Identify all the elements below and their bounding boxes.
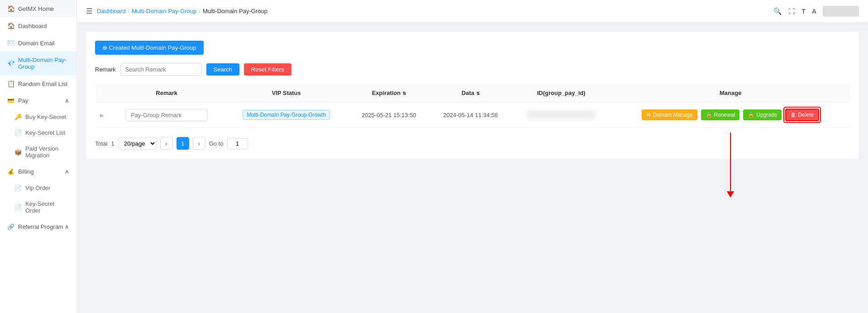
upgrade-button[interactable]: 🔒 Upgrade bbox=[743, 109, 782, 120]
translate-icon[interactable]: A bbox=[812, 8, 816, 15]
remark-cell bbox=[109, 102, 224, 128]
id-cell: ████████████████ bbox=[511, 102, 611, 128]
breadcrumb-dashboard[interactable]: Dashboard bbox=[97, 8, 126, 14]
sidebar-section-referral[interactable]: 🔗 Referral Program ∧ bbox=[0, 218, 76, 235]
sidebar-item-label: Dashboard bbox=[18, 23, 47, 29]
sidebar-item-label: Random Email List bbox=[18, 81, 67, 87]
box-icon: 📦 bbox=[14, 149, 22, 156]
sort-icon-data[interactable]: ⇅ bbox=[476, 91, 480, 96]
sidebar-sub-label: Vip Order bbox=[25, 185, 50, 191]
email-icon: ✉️ bbox=[7, 39, 14, 47]
col-remark: Remark bbox=[109, 84, 224, 102]
arrow-head bbox=[727, 191, 734, 198]
chevron-up-icon: ∧ bbox=[65, 97, 69, 104]
main-content: ☰ Dashboard / Multi-Domain Pay-Group / M… bbox=[77, 0, 868, 313]
filter-label: Remark bbox=[95, 66, 116, 73]
dashboard-icon: 🏠 bbox=[7, 22, 14, 29]
data-cell: 2024-05-14 11:34:58 bbox=[429, 102, 511, 128]
doc-icon: 📄 bbox=[14, 129, 22, 136]
table-row: ▶ Multi-Domain Pay-Group-Growth 2025-05-… bbox=[95, 102, 850, 128]
breadcrumb: Dashboard / Multi-Domain Pay-Group / Mul… bbox=[97, 8, 267, 14]
vip-badge: Multi-Domain Pay-Group-Growth bbox=[243, 110, 330, 120]
sidebar-item-getmx[interactable]: 🏠 GetMX Home bbox=[0, 0, 76, 17]
renewal-icon: 🔒 bbox=[706, 112, 712, 118]
breadcrumb-sep-2: / bbox=[199, 8, 200, 14]
sidebar-item-buy-key[interactable]: 🔑 Buy Key-Secret bbox=[0, 109, 76, 125]
sidebar-sub-label: Buy Key-Secret bbox=[25, 114, 66, 120]
pay-icon: 💳 bbox=[7, 97, 14, 104]
total-label: Total bbox=[95, 140, 107, 147]
manage-cell: ✉ Domain Manage 🔒 Renewal 🔒 bbox=[611, 102, 850, 128]
sidebar-item-dashboard[interactable]: 🏠 Dashboard bbox=[0, 17, 76, 34]
billing-icon: 💰 bbox=[7, 168, 14, 175]
text-icon[interactable]: T bbox=[801, 8, 806, 15]
sidebar-section-label: Pay bbox=[18, 97, 28, 104]
home-icon: 🏠 bbox=[7, 5, 14, 12]
expand-button[interactable]: ▶ bbox=[100, 112, 104, 119]
domain-manage-button[interactable]: ✉ Domain Manage bbox=[642, 109, 697, 120]
expand-cell: ▶ bbox=[95, 102, 109, 128]
vip-icon: 📄 bbox=[14, 185, 22, 191]
sidebar-item-multi-domain[interactable]: 💎 Multi-Domain Pay-Group bbox=[0, 52, 76, 75]
delete-highlight-wrapper: 🗑 Delete bbox=[785, 109, 819, 121]
delete-icon: 🗑 bbox=[791, 112, 796, 118]
sidebar-item-key-list[interactable]: 📄 Key-Secret List bbox=[0, 125, 76, 141]
col-data: Data ⇅ bbox=[429, 84, 511, 102]
per-page-select[interactable]: 10/page 20/page 50/page bbox=[118, 138, 157, 150]
page-1-button[interactable]: 1 bbox=[176, 137, 189, 150]
sidebar-sub-label: Paid Version Migration bbox=[25, 145, 69, 159]
referral-icon: 🔗 bbox=[7, 223, 14, 230]
expiration-cell: 2025-05-21 15:13:50 bbox=[348, 102, 429, 128]
sidebar-item-label: Multi-Domain Pay-Group bbox=[18, 57, 69, 70]
delete-button[interactable]: 🗑 Delete bbox=[785, 109, 819, 121]
col-expiration: Expiration ⇅ bbox=[348, 84, 429, 102]
sidebar-item-random-email[interactable]: 📋 Random Email List bbox=[0, 75, 76, 92]
sidebar-item-label: GetMX Home bbox=[18, 5, 54, 12]
sidebar-section-pay[interactable]: 💳 Pay ∧ bbox=[0, 92, 76, 109]
upgrade-icon: 🔒 bbox=[748, 112, 754, 118]
breadcrumb-current: Multi-Domain Pay-Group bbox=[203, 8, 267, 14]
search-icon[interactable]: 🔍 bbox=[773, 7, 782, 15]
sidebar-item-vip-order[interactable]: 📄 Vip Order bbox=[0, 180, 76, 196]
avatar bbox=[823, 6, 859, 17]
filter-row: Remark Search Reset Filters bbox=[95, 63, 850, 76]
sidebar: 🏠 GetMX Home 🏠 Dashboard ✉️ Domain Email… bbox=[0, 0, 77, 313]
expiration-value: 2025-05-21 15:13:50 bbox=[362, 112, 416, 119]
reset-filters-button[interactable]: Reset Filters bbox=[244, 63, 291, 76]
sort-icon-expiration[interactable]: ⇅ bbox=[402, 91, 406, 96]
sidebar-section-label: Referral Program bbox=[18, 223, 63, 230]
list-icon: 📋 bbox=[7, 80, 14, 87]
diamond-icon: 💎 bbox=[7, 60, 14, 67]
sidebar-item-key-order[interactable]: 📄 Key-Secret Order bbox=[0, 196, 76, 218]
sidebar-item-paid-migration[interactable]: 📦 Paid Version Migration bbox=[0, 141, 76, 163]
col-expand bbox=[95, 84, 109, 102]
chevron-up-icon: ∧ bbox=[65, 223, 69, 230]
sidebar-sub-label: Key-Secret List bbox=[25, 129, 65, 136]
sidebar-section-billing[interactable]: 💰 Billing ∧ bbox=[0, 163, 76, 180]
search-button[interactable]: Search bbox=[206, 63, 239, 76]
menu-icon[interactable]: ☰ bbox=[86, 7, 92, 15]
renewal-button[interactable]: 🔒 Renewal bbox=[701, 109, 740, 120]
domain-manage-icon: ✉ bbox=[646, 112, 651, 118]
create-button[interactable]: ⊕ Created Multi-Domain Pay-Group bbox=[95, 41, 204, 55]
next-page-button[interactable]: › bbox=[193, 137, 205, 150]
header-actions: 🔍 ⛶ T A bbox=[773, 6, 859, 17]
prev-page-button[interactable]: ‹ bbox=[160, 137, 173, 150]
id-blurred: ████████████████ bbox=[527, 110, 596, 119]
key-icon: 🔑 bbox=[14, 114, 22, 120]
vip-cell: Multi-Domain Pay-Group-Growth bbox=[224, 102, 348, 128]
goto-input[interactable] bbox=[227, 138, 248, 149]
main-card: ⊕ Created Multi-Domain Pay-Group Remark … bbox=[86, 32, 859, 159]
breadcrumb-multi-domain[interactable]: Multi-Domain Pay-Group bbox=[132, 8, 196, 14]
fullscreen-icon[interactable]: ⛶ bbox=[788, 7, 795, 15]
remark-search-input[interactable] bbox=[120, 63, 202, 76]
chevron-up-icon: ∧ bbox=[65, 168, 69, 175]
breadcrumb-sep-1: / bbox=[128, 8, 130, 14]
remark-input[interactable] bbox=[126, 109, 207, 121]
content-area: ⊕ Created Multi-Domain Pay-Group Remark … bbox=[77, 23, 868, 313]
data-value: 2024-05-14 11:34:58 bbox=[443, 112, 498, 119]
col-manage: Manage bbox=[611, 84, 850, 102]
col-vip-status: VIP Status bbox=[224, 84, 348, 102]
order-icon: 📄 bbox=[14, 204, 22, 211]
sidebar-item-domain-email[interactable]: ✉️ Domain Email bbox=[0, 34, 76, 52]
